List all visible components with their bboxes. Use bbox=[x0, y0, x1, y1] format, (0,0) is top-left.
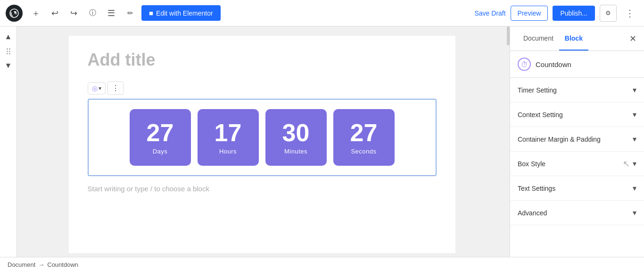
minutes-number: 30 bbox=[282, 120, 310, 145]
tab-document[interactable]: Document bbox=[518, 27, 559, 51]
accordion-context-setting-label: Context Setting bbox=[518, 111, 563, 119]
list-button[interactable]: ☰ bbox=[104, 6, 119, 21]
status-arrow: → bbox=[38, 261, 44, 268]
status-document-label[interactable]: Document bbox=[8, 261, 35, 268]
accordion-box-style-label: Box Style bbox=[518, 160, 545, 168]
elementor-icon: ■ bbox=[149, 9, 153, 17]
accordion-advanced-header[interactable]: Advanced ▾ bbox=[510, 201, 644, 225]
settings-button[interactable]: ⚙ bbox=[600, 5, 617, 22]
status-bar: Document → Countdown bbox=[0, 257, 644, 272]
status-block-label: Countdown bbox=[47, 261, 78, 268]
days-label: Days bbox=[153, 148, 168, 155]
accordion-context-setting: Context Setting ▾ bbox=[510, 102, 644, 127]
countdown-block: 27 Days 17 Hours 30 Minutes 27 Seconds bbox=[88, 99, 437, 176]
countdown-seconds-box: 27 Seconds bbox=[333, 109, 395, 166]
block-type-button[interactable]: ◎ ▾ bbox=[88, 82, 106, 94]
add-button[interactable]: ＋ bbox=[28, 6, 43, 21]
block-icon: ◎ bbox=[92, 85, 98, 92]
info-button[interactable]: ⓘ bbox=[85, 6, 100, 21]
toolbar-right: Save Draft Preview Publish... ⚙ ⋮ bbox=[474, 5, 638, 22]
drag-dot bbox=[7, 53, 8, 54]
accordion-container-margin-label: Container Margin & Padding bbox=[518, 136, 601, 143]
countdown-sidebar-title: Countdown bbox=[536, 60, 571, 68]
accordion-advanced-label: Advanced bbox=[518, 209, 547, 217]
right-sidebar: Document Block ✕ ⏱ Countdown Timer Setti… bbox=[510, 26, 644, 257]
block-type-label: ▾ bbox=[99, 85, 101, 92]
block-controls: ◎ ▾ ⋮ bbox=[88, 81, 437, 95]
chevron-down-icon: ▾ bbox=[633, 85, 636, 94]
drag-handle[interactable] bbox=[5, 46, 12, 56]
accordion-advanced: Advanced ▾ bbox=[510, 201, 644, 225]
accordion-container-margin: Container Margin & Padding ▾ bbox=[510, 127, 644, 152]
edit-elementor-button[interactable]: ■ Edit with Elementor bbox=[141, 5, 221, 21]
left-sidebar: ▲ ▼ bbox=[0, 26, 17, 257]
page-title[interactable]: Add title bbox=[88, 50, 437, 70]
seconds-number: 27 bbox=[350, 120, 378, 145]
drag-dot bbox=[9, 53, 10, 54]
writing-hint[interactable]: Start writing or type / to choose a bloc… bbox=[88, 185, 437, 193]
accordion-text-settings-header[interactable]: Text Settings ▾ bbox=[510, 176, 644, 200]
left-nav-down[interactable]: ▼ bbox=[2, 59, 15, 72]
chevron-down-icon: ▾ bbox=[633, 208, 636, 217]
countdown-minutes-box: 30 Minutes bbox=[265, 109, 327, 166]
cursor-icon: ↖ bbox=[623, 159, 630, 169]
toolbar: ＋ ↩ ↪ ⓘ ☰ ✏ ■ Edit with Elementor Save D… bbox=[0, 0, 644, 26]
main-layout: ▲ ▼ Add title ◎ ▾ ⋮ bbox=[0, 26, 644, 257]
undo-button[interactable]: ↩ bbox=[47, 6, 62, 21]
redo-button[interactable]: ↪ bbox=[66, 6, 81, 21]
drag-dot bbox=[9, 51, 10, 52]
sidebar-scroll-track[interactable] bbox=[507, 26, 510, 257]
chevron-down-icon: ▾ bbox=[633, 110, 636, 119]
chevron-down-icon: ▾ bbox=[633, 184, 636, 193]
drag-dot bbox=[7, 51, 8, 52]
minutes-label: Minutes bbox=[284, 148, 307, 155]
close-sidebar-button[interactable]: ✕ bbox=[629, 34, 636, 44]
drag-dot bbox=[9, 48, 10, 50]
countdown-sidebar-icon: ⏱ bbox=[518, 58, 531, 71]
left-nav-up[interactable]: ▲ bbox=[2, 30, 15, 43]
accordion-timer-setting-label: Timer Setting bbox=[518, 86, 557, 94]
countdown-boxes: 27 Days 17 Hours 30 Minutes 27 Seconds bbox=[98, 109, 426, 166]
sidebar-header: Document Block ✕ bbox=[510, 26, 644, 51]
days-number: 27 bbox=[147, 120, 174, 145]
hours-number: 17 bbox=[215, 120, 242, 145]
accordion-context-setting-header[interactable]: Context Setting ▾ bbox=[510, 102, 644, 127]
countdown-sidebar-header: ⏱ Countdown bbox=[510, 51, 644, 78]
wp-logo[interactable] bbox=[6, 5, 23, 22]
accordion-box-style: Box Style ▾ ↖ bbox=[510, 152, 644, 176]
accordion-box-style-header[interactable]: Box Style ▾ ↖ bbox=[510, 152, 644, 176]
edit-elementor-label: Edit with Elementor bbox=[156, 9, 213, 17]
countdown-hours-box: 17 Hours bbox=[198, 109, 259, 166]
edit-button[interactable]: ✏ bbox=[123, 6, 138, 21]
accordion-container-margin-header[interactable]: Container Margin & Padding ▾ bbox=[510, 127, 644, 151]
seconds-label: Seconds bbox=[351, 148, 376, 155]
accordion-text-settings: Text Settings ▾ bbox=[510, 176, 644, 201]
more-options-button[interactable]: ⋮ bbox=[621, 5, 638, 22]
drag-dot bbox=[7, 48, 8, 50]
preview-button[interactable]: Preview bbox=[511, 6, 548, 21]
publish-button[interactable]: Publish... bbox=[553, 6, 595, 21]
countdown-days-box: 27 Days bbox=[130, 109, 191, 166]
save-draft-button[interactable]: Save Draft bbox=[474, 9, 505, 17]
chevron-down-icon: ▾ bbox=[633, 159, 636, 168]
editor-inner: Add title ◎ ▾ ⋮ 27 Days 17 bbox=[69, 36, 455, 253]
accordion-timer-setting-header[interactable]: Timer Setting ▾ bbox=[510, 78, 644, 102]
block-options-button[interactable]: ⋮ bbox=[107, 81, 124, 95]
editor-area[interactable]: Add title ◎ ▾ ⋮ 27 Days 17 bbox=[17, 26, 507, 257]
chevron-down-icon: ▾ bbox=[633, 135, 636, 144]
tab-block[interactable]: Block bbox=[559, 27, 588, 51]
accordion-timer-setting: Timer Setting ▾ bbox=[510, 78, 644, 102]
sidebar-scroll-thumb[interactable] bbox=[507, 26, 510, 45]
accordion-text-settings-label: Text Settings bbox=[518, 185, 555, 192]
hours-label: Hours bbox=[219, 148, 237, 155]
